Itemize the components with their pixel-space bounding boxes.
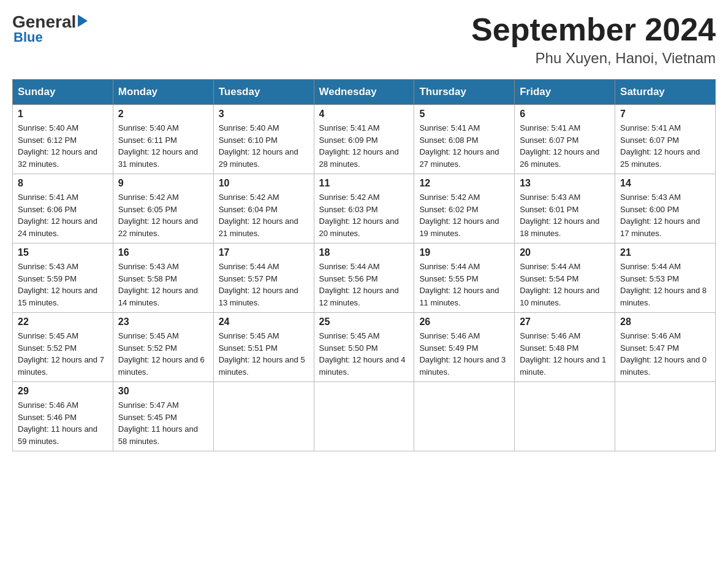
day-number: 14 <box>620 178 710 189</box>
calendar-week-row: 8Sunrise: 5:41 AMSunset: 6:06 PMDaylight… <box>13 174 716 243</box>
day-info: Sunrise: 5:40 AMSunset: 6:12 PMDaylight:… <box>18 122 108 170</box>
calendar-day-header: Wednesday <box>314 80 414 105</box>
day-info: Sunrise: 5:46 AMSunset: 5:46 PMDaylight:… <box>18 399 108 447</box>
page-header: General Blue September 2024 Phu Xuyen, H… <box>12 12 716 67</box>
calendar-cell <box>414 382 515 451</box>
calendar-cell: 19Sunrise: 5:44 AMSunset: 5:55 PMDayligh… <box>414 243 515 313</box>
day-number: 15 <box>18 247 108 258</box>
calendar-cell: 13Sunrise: 5:43 AMSunset: 6:01 PMDayligh… <box>515 174 615 243</box>
calendar-cell: 6Sunrise: 5:41 AMSunset: 6:07 PMDaylight… <box>515 105 615 174</box>
calendar-cell: 10Sunrise: 5:42 AMSunset: 6:04 PMDayligh… <box>213 174 314 243</box>
day-number: 27 <box>520 316 610 327</box>
calendar-cell: 26Sunrise: 5:46 AMSunset: 5:49 PMDayligh… <box>414 313 515 382</box>
calendar-cell: 1Sunrise: 5:40 AMSunset: 6:12 PMDaylight… <box>13 105 113 174</box>
day-number: 1 <box>18 109 108 120</box>
calendar-cell: 16Sunrise: 5:43 AMSunset: 5:58 PMDayligh… <box>113 243 213 313</box>
day-info: Sunrise: 5:44 AMSunset: 5:53 PMDaylight:… <box>620 261 710 308</box>
calendar-cell: 23Sunrise: 5:45 AMSunset: 5:52 PMDayligh… <box>113 313 213 382</box>
day-info: Sunrise: 5:45 AMSunset: 5:52 PMDaylight:… <box>118 330 208 378</box>
day-number: 16 <box>118 247 208 258</box>
calendar-cell: 5Sunrise: 5:41 AMSunset: 6:08 PMDaylight… <box>414 105 515 174</box>
calendar-cell <box>615 382 716 451</box>
day-number: 8 <box>18 178 108 189</box>
day-number: 3 <box>219 109 309 120</box>
day-info: Sunrise: 5:41 AMSunset: 6:08 PMDaylight:… <box>419 122 509 170</box>
calendar-cell: 8Sunrise: 5:41 AMSunset: 6:06 PMDaylight… <box>13 174 113 243</box>
calendar-cell <box>213 382 314 451</box>
calendar-cell: 3Sunrise: 5:40 AMSunset: 6:10 PMDaylight… <box>213 105 314 174</box>
calendar-cell: 29Sunrise: 5:46 AMSunset: 5:46 PMDayligh… <box>13 382 113 451</box>
day-number: 29 <box>18 386 108 397</box>
day-number: 25 <box>319 316 409 327</box>
calendar-week-row: 1Sunrise: 5:40 AMSunset: 6:12 PMDaylight… <box>13 105 716 174</box>
day-info: Sunrise: 5:43 AMSunset: 5:58 PMDaylight:… <box>118 261 208 308</box>
day-info: Sunrise: 5:45 AMSunset: 5:50 PMDaylight:… <box>319 330 409 378</box>
day-number: 21 <box>620 247 710 258</box>
day-info: Sunrise: 5:46 AMSunset: 5:47 PMDaylight:… <box>620 330 710 378</box>
calendar-cell: 21Sunrise: 5:44 AMSunset: 5:53 PMDayligh… <box>615 243 716 313</box>
day-info: Sunrise: 5:43 AMSunset: 6:00 PMDaylight:… <box>620 191 710 239</box>
day-number: 7 <box>620 109 710 120</box>
day-info: Sunrise: 5:45 AMSunset: 5:52 PMDaylight:… <box>18 330 108 378</box>
day-info: Sunrise: 5:46 AMSunset: 5:48 PMDaylight:… <box>520 330 610 378</box>
calendar-cell: 4Sunrise: 5:41 AMSunset: 6:09 PMDaylight… <box>314 105 414 174</box>
day-info: Sunrise: 5:47 AMSunset: 5:45 PMDaylight:… <box>118 399 208 447</box>
day-number: 5 <box>419 109 509 120</box>
day-number: 2 <box>118 109 208 120</box>
day-number: 30 <box>118 386 208 397</box>
day-info: Sunrise: 5:43 AMSunset: 5:59 PMDaylight:… <box>18 261 108 308</box>
calendar-cell: 20Sunrise: 5:44 AMSunset: 5:54 PMDayligh… <box>515 243 615 313</box>
calendar-cell: 12Sunrise: 5:42 AMSunset: 6:02 PMDayligh… <box>414 174 515 243</box>
day-info: Sunrise: 5:46 AMSunset: 5:49 PMDaylight:… <box>419 330 509 378</box>
day-info: Sunrise: 5:44 AMSunset: 5:57 PMDaylight:… <box>219 261 309 308</box>
calendar-cell: 30Sunrise: 5:47 AMSunset: 5:45 PMDayligh… <box>113 382 213 451</box>
day-info: Sunrise: 5:42 AMSunset: 6:02 PMDaylight:… <box>419 191 509 239</box>
calendar-day-header: Saturday <box>615 80 716 105</box>
calendar-day-header: Tuesday <box>213 80 314 105</box>
logo: General Blue <box>12 12 88 45</box>
calendar-table: SundayMondayTuesdayWednesdayThursdayFrid… <box>12 79 716 451</box>
calendar-week-row: 29Sunrise: 5:46 AMSunset: 5:46 PMDayligh… <box>13 382 716 451</box>
day-info: Sunrise: 5:42 AMSunset: 6:05 PMDaylight:… <box>118 191 208 239</box>
calendar-cell: 28Sunrise: 5:46 AMSunset: 5:47 PMDayligh… <box>615 313 716 382</box>
calendar-cell: 22Sunrise: 5:45 AMSunset: 5:52 PMDayligh… <box>13 313 113 382</box>
calendar-title: September 2024 <box>471 12 716 47</box>
day-info: Sunrise: 5:41 AMSunset: 6:06 PMDaylight:… <box>18 191 108 239</box>
calendar-cell: 7Sunrise: 5:41 AMSunset: 6:07 PMDaylight… <box>615 105 716 174</box>
calendar-cell <box>314 382 414 451</box>
calendar-day-header: Monday <box>113 80 213 105</box>
day-info: Sunrise: 5:43 AMSunset: 6:01 PMDaylight:… <box>520 191 610 239</box>
calendar-day-header: Sunday <box>13 80 113 105</box>
calendar-cell: 2Sunrise: 5:40 AMSunset: 6:11 PMDaylight… <box>113 105 213 174</box>
day-number: 18 <box>319 247 409 258</box>
calendar-cell: 25Sunrise: 5:45 AMSunset: 5:50 PMDayligh… <box>314 313 414 382</box>
day-number: 17 <box>219 247 309 258</box>
day-number: 19 <box>419 247 509 258</box>
day-info: Sunrise: 5:40 AMSunset: 6:11 PMDaylight:… <box>118 122 208 170</box>
day-info: Sunrise: 5:41 AMSunset: 6:09 PMDaylight:… <box>319 122 409 170</box>
calendar-subtitle: Phu Xuyen, Hanoi, Vietnam <box>471 50 716 67</box>
logo-blue-text: Blue <box>12 29 43 45</box>
day-number: 11 <box>319 178 409 189</box>
calendar-cell: 15Sunrise: 5:43 AMSunset: 5:59 PMDayligh… <box>13 243 113 313</box>
calendar-cell: 17Sunrise: 5:44 AMSunset: 5:57 PMDayligh… <box>213 243 314 313</box>
calendar-day-header: Thursday <box>414 80 515 105</box>
day-info: Sunrise: 5:45 AMSunset: 5:51 PMDaylight:… <box>219 330 309 378</box>
day-info: Sunrise: 5:41 AMSunset: 6:07 PMDaylight:… <box>520 122 610 170</box>
calendar-cell: 14Sunrise: 5:43 AMSunset: 6:00 PMDayligh… <box>615 174 716 243</box>
day-info: Sunrise: 5:44 AMSunset: 5:54 PMDaylight:… <box>520 261 610 308</box>
calendar-cell <box>515 382 615 451</box>
calendar-cell: 11Sunrise: 5:42 AMSunset: 6:03 PMDayligh… <box>314 174 414 243</box>
calendar-title-area: September 2024 Phu Xuyen, Hanoi, Vietnam <box>471 12 716 67</box>
calendar-week-row: 22Sunrise: 5:45 AMSunset: 5:52 PMDayligh… <box>13 313 716 382</box>
day-info: Sunrise: 5:42 AMSunset: 6:04 PMDaylight:… <box>219 191 309 239</box>
day-number: 20 <box>520 247 610 258</box>
day-number: 28 <box>620 316 710 327</box>
calendar-day-header: Friday <box>515 80 615 105</box>
calendar-cell: 27Sunrise: 5:46 AMSunset: 5:48 PMDayligh… <box>515 313 615 382</box>
day-number: 12 <box>419 178 509 189</box>
calendar-cell: 24Sunrise: 5:45 AMSunset: 5:51 PMDayligh… <box>213 313 314 382</box>
day-number: 23 <box>118 316 208 327</box>
day-number: 4 <box>319 109 409 120</box>
day-info: Sunrise: 5:42 AMSunset: 6:03 PMDaylight:… <box>319 191 409 239</box>
